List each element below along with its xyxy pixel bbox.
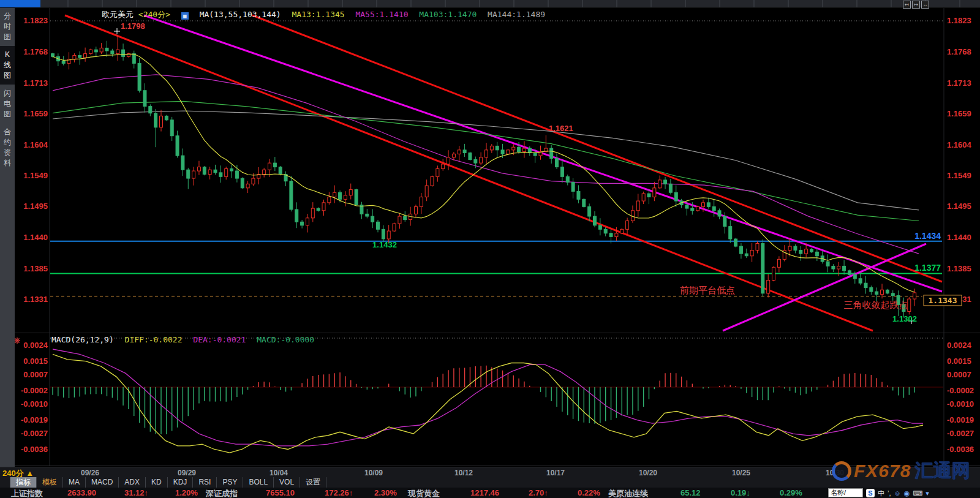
date-label: 10/04 [270,469,288,477]
ma-params: MA(13,55,103,144) [200,10,281,19]
ticker-item: 美原油连续 [608,488,648,498]
indicator-tab-设置[interactable]: 设置 [300,477,326,488]
ime-icon-7[interactable]: ▾ [925,489,929,497]
svg-text:-0.0036: -0.0036 [21,445,48,454]
indicator-tab-PSY[interactable]: PSY [217,477,243,488]
svg-text:-0.0010: -0.0010 [947,399,974,409]
ticker-item: 上证指数 [11,488,43,498]
svg-text:1.1659: 1.1659 [23,109,48,118]
svg-text:0.0007: 0.0007 [23,370,48,379]
sidebar-tab-1[interactable]: 分时图 [0,7,15,46]
ticker-item: 31.12↑ [124,488,148,497]
svg-text:1.1604: 1.1604 [23,140,48,149]
ticker-item: 2633.90 [67,488,96,497]
ime-icon-6[interactable]: ⌨ [913,489,922,497]
symbol-name: 欧元美元 [102,10,134,19]
svg-text:1.1549: 1.1549 [23,171,48,180]
date-label: 10/25 [732,469,750,477]
ime-icon-3[interactable]: ’, [888,489,891,497]
svg-text:1.1768: 1.1768 [947,47,971,56]
ticker-item: 1217.46 [470,488,499,497]
svg-text:1.1385: 1.1385 [947,264,971,273]
svg-text:1.1768: 1.1768 [23,47,48,56]
period-tag: <240分> [138,10,170,19]
magenta-trendline-down [144,15,942,292]
left-sidebar: 分时图K线图闪电图合约资料 [0,7,15,467]
svg-text:-0.0002: -0.0002 [947,386,974,395]
svg-text:1.1659: 1.1659 [947,109,971,118]
scale-left-icon[interactable]: ↤ [903,1,911,9]
ticker-item: 1.20% [175,488,198,497]
toolbar-active-button[interactable] [0,0,40,7]
main-chart-panel [50,15,942,331]
scale-fit-icon[interactable]: ↔ [921,1,929,9]
macd-params: MACD(26,12,9) [51,335,114,344]
ticker-item: 172.26↑ [325,488,353,497]
chart-annotation: 1.1432 [372,240,397,249]
svg-text:0.0024: 0.0024 [947,341,972,350]
macd-indicator-icon [14,338,20,344]
svg-text:1.1823: 1.1823 [23,16,48,25]
red-trendline-1 [65,15,873,331]
svg-text:1.1495: 1.1495 [947,202,971,211]
chart-annotation: 1.1621 [549,124,573,133]
macd-panel [50,349,943,453]
svg-text:0.0015: 0.0015 [23,357,48,366]
date-label: 10/12 [454,469,473,477]
svg-text:1.1377: 1.1377 [914,263,941,273]
svg-text:1.1440: 1.1440 [23,233,48,242]
indicator-tab-RSI[interactable]: RSI [193,477,217,488]
ticker-item: 2.30% [374,488,397,497]
fx678-watermark: FX678汇通网 [832,458,970,483]
ticker-item: 深证成指 [206,488,238,498]
date-label: 10/09 [364,469,383,477]
ime-icon-5[interactable]: ◉ [904,489,910,497]
ime-icon-1[interactable]: S [866,489,875,497]
svg-text:1.1495: 1.1495 [23,202,48,211]
symbol-search-input[interactable]: 名称/ [828,488,863,497]
svg-text:1.1440: 1.1440 [947,233,971,242]
indicator-tab-ADX[interactable]: ADX [119,477,146,488]
sidebar-tab-2[interactable]: K线图 [0,46,15,85]
ime-icon-2[interactable]: 中 [878,489,884,497]
indicator-tab-VOL[interactable]: VOL [274,477,300,488]
ticker-item: 0.19↓ [731,488,750,497]
ticker-item: 7655.10 [266,488,295,497]
date-label: 10/20 [639,469,657,477]
svg-text:1.1549: 1.1549 [947,171,971,180]
ticker-item: 现货黄金 [408,488,440,498]
date-label: 09/29 [178,469,196,477]
huitong-site-text: 汇通网 [914,460,970,480]
indicator-tab-MA[interactable]: MA [63,477,86,488]
svg-text:1.1713: 1.1713 [23,78,48,88]
date-label: 09/26 [81,469,99,477]
svg-text:-0.0036: -0.0036 [947,445,974,454]
svg-text:1.1331: 1.1331 [23,295,48,304]
svg-text:1.1385: 1.1385 [23,264,48,273]
top-toolbar[interactable]: ↤ ↦ ↔ [0,0,980,8]
indicator-tab-MACD[interactable]: MACD [86,477,119,488]
chart-canvas[interactable]: 1.14341.13771.17981.16211.14321.1302前期平台… [0,0,980,498]
svg-text:-0.0019: -0.0019 [947,415,974,424]
ime-icon-4[interactable]: ☺ [894,489,901,497]
date-label: 10/17 [546,469,565,477]
indicator-tab-KDJ[interactable]: KDJ [168,477,194,488]
svg-text:1.1713: 1.1713 [947,78,971,88]
svg-text:0.0007: 0.0007 [947,370,971,379]
ime-toolbar: 名称/ S中’,☺◉⌨▾ [828,488,929,497]
fx678-logo-icon [832,461,851,481]
indicator-tab-BOLL[interactable]: BOLL [243,477,274,488]
chart-type-icon[interactable]: ▦ [181,12,189,20]
svg-text:0.0015: 0.0015 [947,357,971,366]
indicator-tab-KD[interactable]: KD [146,477,168,488]
svg-text:-0.0027: -0.0027 [21,429,48,438]
red-trendline-2 [252,15,942,282]
macd-legend: MACD(26,12,9) DIFF:-0.0022 DEA:-0.0021 M… [51,335,320,344]
indicator-tab-指标[interactable]: 指标 [10,477,37,488]
scale-right-icon[interactable]: ↦ [912,1,920,9]
svg-text:-0.0002: -0.0002 [21,386,48,395]
sidebar-tab-3[interactable]: 闪电图 [0,85,15,123]
indicator-tab-模板[interactable]: 模板 [37,477,63,488]
sidebar-tab-4[interactable]: 合约资料 [0,123,15,172]
diff-value: DIFF:-0.0022 [125,335,183,344]
